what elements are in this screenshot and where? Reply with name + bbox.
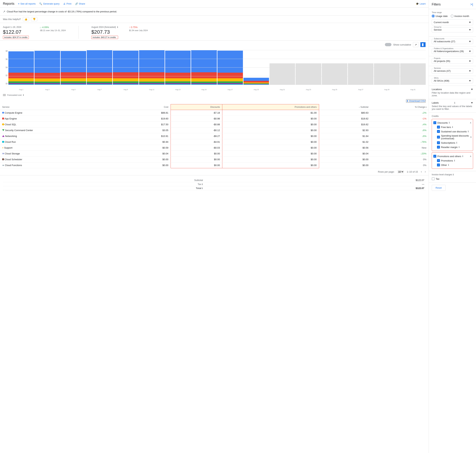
subscriptions-checkbox-row[interactable]: ✓ Subscriptions ℹ: [433, 141, 471, 145]
forecasted-help-icon[interactable]: ℹ: [23, 94, 24, 96]
bar-seg-7-1: [191, 72, 217, 78]
other-checkbox-row[interactable]: ✓ Other ℹ: [433, 163, 471, 167]
see-all-reports-link[interactable]: ≡ See all reports: [18, 2, 36, 5]
bar-seg-9-5: [244, 84, 269, 85]
bar-seg-9-1: [244, 81, 269, 83]
tax-invoice-checkbox-row[interactable]: Tax: [432, 177, 473, 180]
cell-change-2: ↓4%: [371, 122, 429, 127]
folders-label: Folders & Organizations: [433, 48, 454, 50]
discounts-checkbox-row[interactable]: ✓ Discounts ℹ ∧: [433, 120, 471, 125]
feedback-row: Was this helpful? 👍 👎: [0, 16, 429, 23]
download-csv-button[interactable]: ⬇ Download CSV: [406, 99, 426, 103]
bar-seg-1-5: [35, 84, 60, 85]
discounts-checkbox[interactable]: ✓: [433, 121, 436, 124]
forecast-help-icon[interactable]: ℹ: [117, 26, 118, 28]
bar-seg-1-2: [35, 78, 60, 82]
tax-help-icon[interactable]: ℹ: [202, 183, 203, 185]
page-range: 1–10 of 15: [407, 170, 418, 173]
subscriptions-checkbox[interactable]: ✓: [437, 141, 440, 144]
print-link[interactable]: 🖨 Print: [63, 2, 72, 5]
col-promotions: Promotions and others: [222, 104, 319, 110]
sidebar-collapse-button[interactable]: >|: [470, 3, 473, 6]
x-label-14: Aug 29: [374, 89, 399, 91]
other-checkbox[interactable]: ✓: [437, 163, 440, 166]
sustained-use-checkbox-row[interactable]: ✓ Sustained use discounts ℹ: [433, 129, 471, 134]
col-discounts: Discounts: [171, 104, 222, 110]
bar-seg-5-3: [139, 82, 165, 83]
cell-change-1: ↑1%: [371, 116, 429, 122]
bar-group-13: [348, 50, 373, 85]
cell-discounts-6: -$0.03: [171, 145, 222, 151]
y-label-8: $8: [6, 50, 8, 52]
discounts-help-icon[interactable]: ℹ: [449, 121, 450, 124]
bar-group-2: [61, 50, 86, 85]
spending-help-icon[interactable]: ℹ: [470, 136, 471, 138]
cell-cost-1: $19.60: [128, 116, 171, 122]
rows-per-page-select[interactable]: 10 25 50: [397, 170, 404, 173]
labels-header[interactable]: Labels ℹ ▼: [432, 101, 473, 104]
promotions-sub-checkbox[interactable]: ✓: [437, 159, 440, 162]
alert-banner: ↗ Cloud Run had the largest percentage c…: [0, 8, 429, 16]
thumbs-down-button[interactable]: 👎: [31, 17, 37, 21]
sustained-use-checkbox[interactable]: ✓: [437, 130, 440, 133]
bar-seg-0-0: [8, 51, 34, 73]
chart-legend: Forecasted cost ℹ: [0, 92, 429, 98]
spending-based-checkbox[interactable]: ✓: [437, 136, 440, 139]
cell-promotions-4: $0.00: [222, 133, 319, 139]
table-controls: ⬇ Download CSV: [0, 98, 429, 104]
skus-dropdown[interactable]: All SKUs (408) ▼: [434, 79, 471, 82]
services-dropdown[interactable]: All services (47) ▼: [434, 70, 471, 72]
other-help-icon[interactable]: ℹ: [448, 164, 449, 166]
line-chart-button[interactable]: ↗: [413, 42, 418, 47]
show-cumulative-toggle[interactable]: [385, 43, 391, 46]
tax-invoice-checkbox[interactable]: [432, 177, 435, 180]
discounts-collapse-icon[interactable]: ∧: [470, 121, 471, 124]
locations-header[interactable]: Locations ▼: [432, 88, 473, 91]
reset-button[interactable]: Reset: [432, 185, 446, 191]
free-tiers-checkbox[interactable]: ✓: [437, 126, 440, 128]
free-tiers-help-icon[interactable]: ℹ: [452, 126, 453, 128]
group-by-dropdown[interactable]: Service ▼: [434, 28, 471, 31]
x-label-13: Aug 27: [348, 89, 373, 91]
total-help-icon[interactable]: ℹ: [202, 187, 203, 190]
usage-date-radio[interactable]: Usage date: [432, 14, 448, 17]
table-row: ★ Cloud Functions $0.00 $0.00 $0.00 $0.0…: [0, 163, 429, 168]
projects-dropdown[interactable]: All projects (55) ▼: [434, 60, 471, 63]
invoice-help-icon[interactable]: ℹ: [453, 173, 454, 176]
folders-dropdown[interactable]: All folders/organizations (28) ▼: [434, 50, 471, 53]
x-label-10: Aug 21: [269, 89, 295, 91]
promotions-sub-help-icon[interactable]: ℹ: [454, 159, 455, 162]
table-row: Security Command Center $3.05 -$0.12 $0.…: [0, 127, 429, 133]
sustained-help-icon[interactable]: ℹ: [468, 130, 469, 133]
projects-label: Projects: [433, 57, 441, 59]
table-row: App Engine $19.60 -$0.98 $0.00 $18.62 ↑1…: [0, 116, 429, 122]
reseller-margin-checkbox[interactable]: ✓: [437, 146, 440, 149]
share-link[interactable]: 🔗 Share: [75, 2, 85, 5]
learn-link[interactable]: 🎓 Learn: [416, 2, 426, 5]
promotions-help-icon[interactable]: ℹ: [462, 155, 463, 157]
table-row: Cloud SQL $17.50 -$0.88 $0.00 $16.62 ↓4%: [0, 122, 429, 127]
promotions-checkbox-row[interactable]: ✓ Promotions and others ℹ ∧: [433, 154, 471, 158]
current-month-dropdown[interactable]: Current month ▼: [432, 19, 473, 25]
subaccounts-dropdown[interactable]: All subaccounts (27) ▼: [434, 40, 471, 43]
labels-help-icon[interactable]: ℹ: [454, 102, 455, 104]
bar-chart-button[interactable]: ▊: [420, 42, 426, 47]
subaccounts-label: Subaccounts: [433, 38, 445, 40]
prev-page-button[interactable]: ‹: [421, 170, 422, 173]
free-tiers-checkbox-row[interactable]: ✓ Free tiers ℹ: [433, 125, 471, 129]
totals-table: Subtotal $122.07 Tax ℹ — Total ℹ $122.07: [3, 178, 426, 190]
spending-based-checkbox-row[interactable]: ✓ Spending based discounts (contractual)…: [433, 134, 471, 141]
promotions-sub-checkbox-row[interactable]: ✓ Promotions ℹ: [433, 158, 471, 163]
bar-seg-4-3: [113, 81, 138, 83]
reseller-margin-checkbox-row[interactable]: ✓ Reseller margin ℹ: [433, 145, 471, 149]
change-help-icon[interactable]: ℹ: [426, 106, 426, 108]
promotions-collapse-icon[interactable]: ∧: [470, 155, 471, 157]
promotions-checkbox[interactable]: ✓: [433, 155, 436, 158]
generate-query-link[interactable]: 🔍 Generate query: [39, 2, 59, 5]
invoice-month-radio[interactable]: Invoice month: [451, 14, 469, 17]
reseller-help-icon[interactable]: ℹ: [459, 146, 460, 149]
next-page-button[interactable]: ›: [425, 170, 426, 173]
thumbs-up-button[interactable]: 👍: [23, 17, 29, 21]
cell-service-6: + Support: [0, 145, 128, 151]
subscriptions-help-icon[interactable]: ℹ: [456, 142, 457, 144]
